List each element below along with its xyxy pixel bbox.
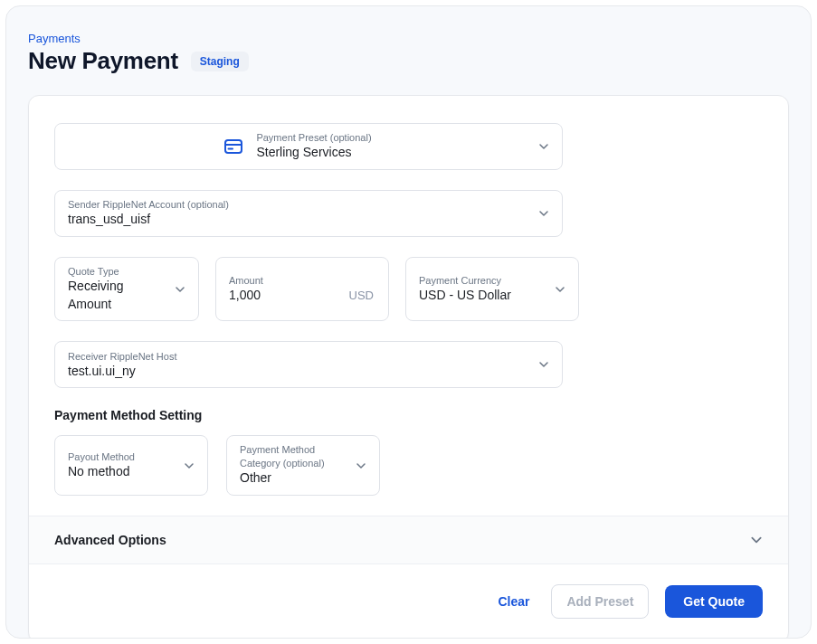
payment-method-category-value: Other <box>240 469 343 488</box>
amount-label: Amount <box>229 274 374 287</box>
chevron-down-icon <box>356 460 366 471</box>
page-title: New Payment <box>28 47 178 75</box>
payment-method-category-select[interactable]: Payment Method Category (optional) Other <box>226 435 380 495</box>
amount-currency-suffix: USD <box>349 289 374 302</box>
payout-method-label: Payout Method <box>68 450 171 463</box>
advanced-options-toggle[interactable]: Advanced Options <box>29 516 788 564</box>
receiver-host-select[interactable]: Receiver RippleNet Host test.ui.ui_ny <box>54 341 563 388</box>
environment-badge: Staging <box>191 52 249 71</box>
payment-preset-label: Payment Preset (optional) <box>256 131 371 144</box>
chevron-down-icon <box>184 460 195 471</box>
payout-method-value: No method <box>68 463 171 481</box>
payment-currency-label: Payment Currency <box>419 274 542 287</box>
add-preset-button[interactable]: Add Preset <box>551 584 649 619</box>
payment-currency-value: USD - US Dollar <box>419 287 542 305</box>
advanced-options-label: Advanced Options <box>54 533 166 547</box>
breadcrumb[interactable]: Payments <box>28 32 789 45</box>
payout-method-select[interactable]: Payout Method No method <box>54 435 208 495</box>
card-footer: Clear Add Preset Get Quote <box>29 564 788 639</box>
chevron-down-icon <box>538 141 549 152</box>
chevron-down-icon <box>750 534 763 546</box>
clear-button[interactable]: Clear <box>492 587 535 616</box>
receiver-host-value: test.ui.ui_ny <box>68 363 526 381</box>
new-payment-card: Payment Preset (optional) Sterling Servi… <box>28 95 789 639</box>
chevron-down-icon <box>538 208 549 219</box>
payment-preset-value: Sterling Services <box>256 144 371 162</box>
page-header: New Payment Staging <box>28 47 789 75</box>
amount-input[interactable]: Amount 1,000 USD <box>215 257 389 321</box>
chevron-down-icon <box>538 359 549 370</box>
sender-account-label: Sender RippleNet Account (optional) <box>68 198 526 211</box>
card-icon <box>222 135 245 158</box>
quote-type-label: Quote Type <box>68 265 162 278</box>
sender-account-value: trans_usd_uisf <box>68 211 526 229</box>
chevron-down-icon <box>555 284 565 295</box>
svg-rect-0 <box>225 140 242 153</box>
quote-type-value: Receiving Amount <box>68 278 162 313</box>
get-quote-button[interactable]: Get Quote <box>665 585 763 618</box>
quote-type-select[interactable]: Quote Type Receiving Amount <box>54 257 199 321</box>
payment-method-category-label: Payment Method Category (optional) <box>240 443 343 469</box>
payment-currency-select[interactable]: Payment Currency USD - US Dollar <box>405 257 579 321</box>
page-container: Payments New Payment Staging Payment Pre… <box>5 5 812 639</box>
amount-value: 1,000 <box>229 287 261 305</box>
card-body: Payment Preset (optional) Sterling Servi… <box>29 96 788 516</box>
payment-method-section-header: Payment Method Setting <box>54 408 763 422</box>
payment-preset-select[interactable]: Payment Preset (optional) Sterling Servi… <box>54 123 563 170</box>
receiver-host-label: Receiver RippleNet Host <box>68 350 526 363</box>
chevron-down-icon <box>175 284 185 295</box>
sender-account-select[interactable]: Sender RippleNet Account (optional) tran… <box>54 190 563 237</box>
